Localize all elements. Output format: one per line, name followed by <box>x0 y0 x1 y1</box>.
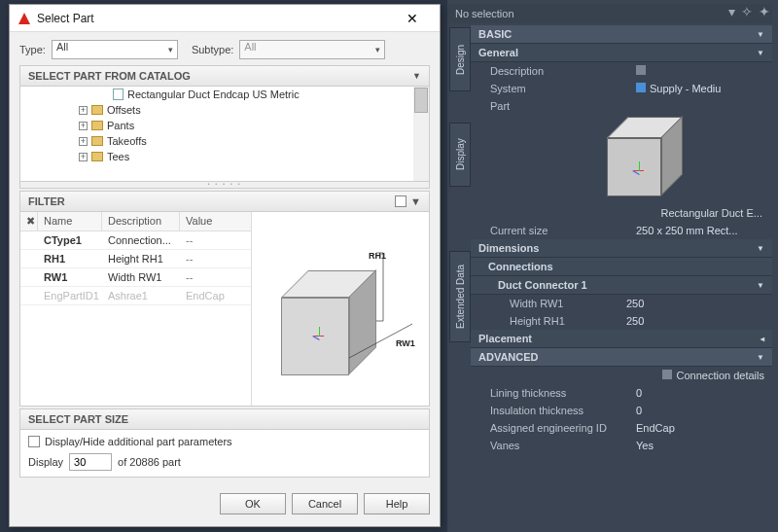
display-count-input[interactable] <box>69 453 112 471</box>
table-row[interactable]: RH1 Height RH1 -- <box>20 250 251 268</box>
section-advanced[interactable]: ADVANCED▼ <box>471 348 772 367</box>
table-row[interactable]: RW1 Width RW1 -- <box>20 268 251 287</box>
size-header[interactable]: SELECT PART SIZE <box>19 408 430 430</box>
eng-id-label: Assigned engineering ID <box>490 422 636 434</box>
insulation-value[interactable]: 0 <box>636 405 764 416</box>
section-placement[interactable]: Placement◂ <box>471 330 772 348</box>
tree-folder-takeoffs[interactable]: +Takeoffs <box>20 133 429 149</box>
dim-rw1: RW1 <box>396 338 415 348</box>
expander-icon[interactable]: + <box>79 137 88 146</box>
autodesk-icon <box>18 12 31 25</box>
document-icon <box>113 89 124 100</box>
lining-label: Lining thickness <box>490 387 636 399</box>
part-preview-3d[interactable]: RH1 RW1 <box>252 212 429 406</box>
expander-icon[interactable]: + <box>79 106 88 115</box>
system-value[interactable]: Supply - Mediu <box>636 83 764 94</box>
folder-icon <box>91 136 103 146</box>
section-basic[interactable]: BASIC▼ <box>471 25 772 44</box>
folder-icon <box>91 121 103 130</box>
display-hide-label: Display/Hide additional part parameters <box>45 436 232 447</box>
type-label: Type: <box>19 44 46 55</box>
select-part-dialog: Select Part ✕ Type: All▾ Subtype: All▾ S… <box>9 4 441 527</box>
part-name: Rectangular Duct E... <box>660 207 762 219</box>
tab-extended-data[interactable]: Extended Data <box>449 251 471 342</box>
chevron-down-icon: ▼ <box>412 71 421 81</box>
help-button[interactable]: Help <box>364 493 430 514</box>
cancel-button[interactable]: Cancel <box>292 493 358 514</box>
expander-icon[interactable]: + <box>79 153 88 161</box>
caret-icon: ▼ <box>757 30 764 39</box>
table-row: EngPartID1 Ashrae1 EndCap <box>20 287 251 305</box>
catalog-header[interactable]: SELECT PART FROM CATALOG▼ <box>19 65 430 87</box>
caret-icon: ▼ <box>757 244 764 253</box>
display-hide-checkbox[interactable] <box>28 436 40 447</box>
folder-icon <box>91 152 103 161</box>
section-duct-connector-1[interactable]: Duct Connector 1▼ <box>471 276 772 295</box>
filter-checkbox[interactable] <box>395 195 407 207</box>
caret-icon: ▼ <box>757 49 764 57</box>
tree-item-doc[interactable]: Rectangular Duct Endcap US Metric <box>20 87 429 102</box>
tree-folder-tees[interactable]: +Tees <box>20 149 429 164</box>
panel-tool-icons: ▾ ✧ ✦ <box>728 4 770 19</box>
section-dimensions[interactable]: Dimensions▼ <box>471 239 772 258</box>
display-label: Display <box>28 456 63 468</box>
dim-rh1: RH1 <box>369 251 386 261</box>
table-row[interactable]: CType1 Connection... -- <box>20 231 251 250</box>
caret-icon: ◂ <box>760 335 764 343</box>
folder-icon <box>91 105 103 115</box>
close-button[interactable]: ✕ <box>393 5 432 31</box>
desc-label: Description <box>490 65 636 77</box>
system-label: System <box>490 83 636 94</box>
tree-folder-pants[interactable]: +Pants <box>20 118 429 133</box>
dialog-title: Select Part <box>37 12 393 25</box>
tree-folder-offsets[interactable]: +Offsets <box>20 102 429 118</box>
splitter-grip[interactable]: • • • • • <box>19 182 430 189</box>
desc-value[interactable] <box>636 65 764 77</box>
arrow-down-icon[interactable]: ▾ <box>728 4 735 19</box>
selection-status: No selection <box>447 4 772 23</box>
part-preview: Rectangular Duct E... <box>471 115 772 222</box>
col-desc[interactable]: Description <box>102 212 180 231</box>
col-name[interactable]: Name <box>38 212 102 231</box>
expander-icon[interactable]: + <box>79 122 88 130</box>
eng-id-value[interactable]: EndCap <box>636 422 764 434</box>
connection-details-toggle[interactable]: Connection details <box>662 370 764 381</box>
chevron-down-icon: ▼ <box>410 195 421 207</box>
catalog-tree[interactable]: Rectangular Duct Endcap US Metric +Offse… <box>19 87 430 182</box>
col-value[interactable]: Value <box>180 212 251 231</box>
width-rw1-label: Width RW1 <box>510 298 626 309</box>
current-size-label: Current size <box>490 225 636 236</box>
subtype-select[interactable]: All▾ <box>239 40 385 59</box>
filter-table: ✖ Name Description Value CType1 Connecti… <box>20 212 252 406</box>
add-icon[interactable]: ✦ <box>759 4 770 19</box>
delete-column-icon: ✖ <box>20 212 38 231</box>
current-size-value[interactable]: 250 x 250 mm Rect... <box>636 225 764 236</box>
display-suffix: of 20886 part <box>118 456 181 468</box>
lining-value[interactable]: 0 <box>636 387 764 399</box>
pin-icon[interactable]: ✧ <box>741 4 753 19</box>
titlebar: Select Part ✕ <box>10 5 440 32</box>
type-select[interactable]: All▾ <box>52 40 178 59</box>
scrollbar[interactable] <box>413 87 429 181</box>
chevron-down-icon: ▾ <box>375 45 380 54</box>
tab-design[interactable]: Design <box>449 27 471 91</box>
height-rh1-value[interactable]: 250 <box>626 315 764 327</box>
part-label: Part <box>490 100 636 112</box>
vanes-label: Vanes <box>490 440 636 451</box>
subtype-label: Subtype: <box>192 44 233 55</box>
ok-button[interactable]: OK <box>220 493 286 514</box>
properties-panel: BASIC▼ General▼ Description SystemSupply… <box>471 25 772 531</box>
width-rw1-value[interactable]: 250 <box>626 298 764 309</box>
filter-header[interactable]: FILTER ▼ <box>19 191 430 212</box>
chevron-down-icon: ▾ <box>168 45 173 54</box>
tab-display[interactable]: Display <box>449 123 471 187</box>
section-connections[interactable]: Connections <box>471 258 772 276</box>
caret-icon: ▼ <box>757 281 764 290</box>
section-general[interactable]: General▼ <box>471 44 772 62</box>
caret-icon: ▼ <box>757 353 764 362</box>
height-rh1-label: Height RH1 <box>510 315 626 327</box>
insulation-label: Insulation thickness <box>490 405 636 416</box>
vanes-value[interactable]: Yes <box>636 440 764 451</box>
